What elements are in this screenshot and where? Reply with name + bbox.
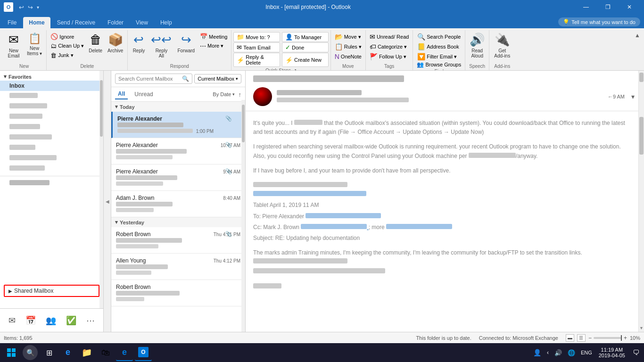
get-addins-button[interactable]: 🔌 GetAdd-ins — [491, 31, 513, 60]
filter-email-button[interactable]: 🔽 Filter Email ▾ — [415, 52, 462, 61]
mail-nav-button[interactable]: ✉ — [5, 313, 19, 329]
quick-access-undo[interactable]: ↩ — [17, 3, 26, 12]
move-button[interactable]: 📂 Move ▾ — [333, 32, 363, 41]
tray-chevron-icon[interactable]: ‹ — [545, 348, 551, 357]
sidebar-item-6[interactable] — [0, 143, 103, 153]
tray-lang-label[interactable]: ENG — [579, 349, 594, 356]
categorize-button[interactable]: 🏷 Categorize ▾ — [368, 42, 411, 51]
tab-send-receive[interactable]: Send / Receive — [51, 17, 101, 28]
mailbox-selector[interactable]: Current Mailbox ▾ — [194, 74, 241, 83]
cc-email-link-2[interactable] — [386, 224, 452, 230]
sidebar-item-8[interactable] — [0, 164, 103, 174]
expand-header-button[interactable]: ▾ — [629, 91, 636, 102]
email-search-box[interactable]: 🔍 — [115, 74, 192, 84]
sidebar-item-4[interactable] — [0, 122, 103, 132]
tray-people-icon[interactable]: 👤 — [531, 348, 543, 357]
reply-all-button[interactable]: ↩↩ ReplyAll — [149, 31, 174, 60]
taskbar-outlook-app[interactable]: O — [135, 344, 152, 361]
meeting-button[interactable]: 📅 Meeting — [198, 32, 229, 41]
taskbar-ie-app[interactable]: e — [59, 344, 76, 361]
sidebar-item-3[interactable] — [0, 112, 103, 122]
sidebar-collapse-button[interactable]: ◀ — [104, 71, 111, 332]
taskbar-store-app[interactable]: 🛍 — [97, 344, 114, 361]
tasks-nav-button[interactable]: ✅ — [62, 313, 80, 329]
sidebar-item-2[interactable] — [0, 101, 103, 112]
move-to-button[interactable]: 📁 Move to: ? — [233, 32, 280, 42]
sidebar-section-2[interactable] — [0, 178, 103, 189]
cc-email-link-1[interactable] — [301, 224, 368, 230]
quick-access-redo[interactable]: ↪ — [26, 3, 35, 12]
to-email-link[interactable] — [305, 213, 381, 220]
today-collapse-icon[interactable]: ▾ — [115, 104, 118, 110]
onenote-button[interactable]: N OneNote — [333, 52, 363, 61]
new-items-button[interactable]: 📋 NewItems ▾ — [25, 31, 44, 58]
email-item-4[interactable]: Adam J. Brown 8:40 AM — [111, 191, 245, 217]
delete-button[interactable]: 🗑 Delete — [86, 31, 105, 55]
calendar-nav-button[interactable]: 📅 — [22, 313, 40, 329]
start-button[interactable] — [2, 343, 21, 362]
restore-button[interactable]: ❐ — [597, 0, 619, 14]
tab-view[interactable]: View — [130, 17, 154, 28]
tab-home[interactable]: Home — [23, 17, 50, 28]
taskbar-explorer-app[interactable]: 📁 — [78, 344, 95, 361]
taskbar-clock[interactable]: 11:19 AM 2019-04-05 — [596, 347, 628, 358]
zoom-plus-icon[interactable]: + — [624, 335, 627, 341]
tab-folder[interactable]: Folder — [102, 17, 129, 28]
archive-button[interactable]: 📦 Archive — [105, 31, 125, 55]
search-people-button[interactable]: 🔍 Search People — [415, 32, 462, 41]
email-item-2[interactable]: Pierre Alexander 10:47 AM 📎 — [111, 138, 245, 165]
reply-delete-button[interactable]: ⚡ Reply & Delete — [233, 53, 280, 67]
cleanup-button[interactable]: 🗂 Clean Up ▾ — [49, 41, 86, 50]
junk-button[interactable]: 🗑 Junk ▾ — [49, 51, 86, 60]
taskbar-edge-app[interactable]: e — [116, 344, 133, 361]
new-email-button[interactable]: ✉ NewEmail — [4, 31, 24, 60]
view-list-button[interactable]: ☰ — [577, 334, 586, 342]
sidebar-item-inbox[interactable]: Inbox — [0, 81, 103, 91]
follow-up-button[interactable]: 🚩 Follow Up ▾ — [368, 52, 411, 61]
collapse-ribbon-button[interactable]: ▲ — [633, 30, 642, 41]
filter-unread-tab[interactable]: Unread — [132, 90, 156, 99]
tab-help[interactable]: Help — [155, 17, 178, 28]
unread-read-button[interactable]: ✉ Unread/ Read — [368, 32, 411, 41]
view-single-button[interactable]: ▬ — [566, 334, 574, 342]
zoom-slider[interactable]: − + — [588, 335, 627, 341]
more-respond-button[interactable]: ⋯ More ▾ — [198, 41, 229, 50]
address-book-button[interactable]: 📒 Address Book — [415, 42, 462, 51]
browse-groups-button[interactable]: 👥 Browse Groups — [415, 61, 463, 68]
reply-button[interactable]: ↩ Reply — [130, 31, 148, 55]
quick-access-dropdown[interactable]: ▾ — [35, 4, 41, 11]
done-button[interactable]: ✓ Done — [282, 42, 329, 52]
yesterday-collapse-icon[interactable]: ▾ — [115, 219, 118, 225]
notification-button[interactable]: 🗨 — [630, 348, 642, 357]
sidebar-item-5[interactable] — [0, 132, 103, 143]
shared-mailbox-item[interactable]: ▶ Shared Mailbox — [4, 285, 99, 297]
minimize-button[interactable]: — — [575, 0, 597, 14]
favorites-section-header[interactable]: ▾ Favorites — [0, 71, 103, 81]
read-aloud-button[interactable]: 🔊 ReadAloud — [467, 31, 487, 60]
email-item-7[interactable]: Robert Brown — [111, 280, 245, 306]
zoom-minus-icon[interactable]: − — [588, 335, 592, 341]
filter-all-tab[interactable]: All — [115, 89, 128, 99]
create-new-button[interactable]: ⚡ Create New — [282, 53, 329, 67]
team-email-button[interactable]: ✉ Team Email — [233, 42, 280, 52]
rules-button[interactable]: 📋 Rules ▾ — [333, 42, 363, 51]
people-nav-button[interactable]: 👥 — [42, 313, 60, 329]
email-search-input[interactable] — [118, 76, 182, 82]
taskbar-search-button[interactable]: 🔍 — [23, 345, 38, 360]
body-hyperlink[interactable] — [253, 191, 366, 197]
sidebar-item-7[interactable] — [0, 153, 103, 164]
email-item-3[interactable]: Pierre Alexander 9:44 AM 📎 — [111, 165, 245, 191]
ignore-button[interactable]: 🚫 Ignore — [49, 32, 86, 41]
more-nav-button[interactable]: ⋯ — [83, 313, 99, 329]
to-manager-button[interactable]: 👤 To Manager — [282, 32, 329, 42]
sort-button[interactable]: By Date ▾ — [213, 91, 234, 97]
tab-file[interactable]: File — [2, 17, 22, 28]
tray-network-icon[interactable]: 🔊 — [553, 348, 564, 357]
sidebar-item-1[interactable] — [0, 91, 103, 101]
tray-volume-icon[interactable]: 🌐 — [566, 348, 577, 357]
forward-button[interactable]: ↪ Forward — [175, 31, 197, 55]
sort-direction-button[interactable]: ↑ — [239, 91, 242, 98]
email-item-6[interactable]: Allen Young Thu 4:12 PM — [111, 254, 245, 280]
email-item-1[interactable]: Pierre Alexander 1:00 PM 📎 — [111, 112, 245, 138]
tell-me-input[interactable]: 💡 Tell me what you want to do — [558, 17, 640, 26]
